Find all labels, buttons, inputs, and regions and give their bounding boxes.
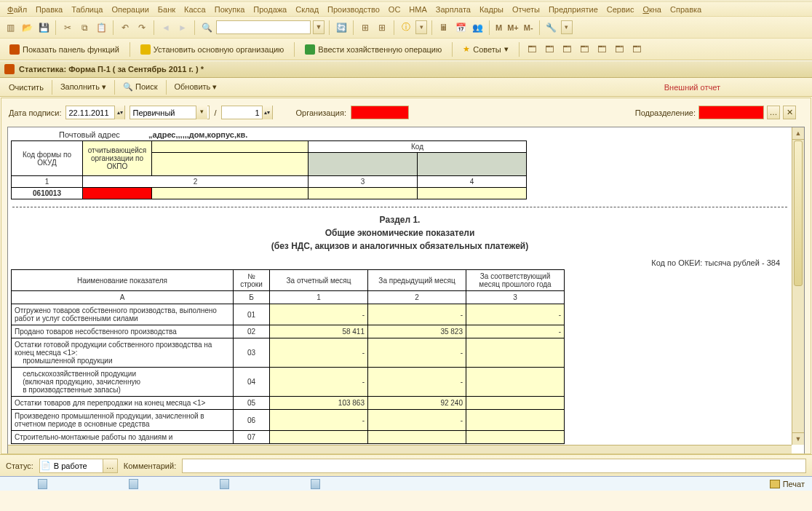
- menu-sklad[interactable]: Склад: [291, 4, 323, 15]
- a-icon[interactable]: ⊞: [358, 20, 373, 35]
- date-label: Дата подписи:: [9, 108, 61, 117]
- subdiv-input[interactable]: [698, 106, 764, 119]
- b-icon[interactable]: ⊞: [375, 20, 389, 35]
- ppl-icon[interactable]: 👥: [470, 20, 485, 35]
- menu-otchety[interactable]: Отчеты: [508, 4, 544, 15]
- cfg-icon[interactable]: 🔧: [544, 20, 559, 35]
- section-header: Раздел 1. Общие экономические показатели…: [8, 213, 792, 253]
- table-row: Остатки готовой продукции собственного п…: [12, 338, 565, 368]
- help-drop[interactable]: ▾: [415, 20, 427, 34]
- t2-b-icon[interactable]: 🗔: [542, 42, 557, 57]
- t2-d-icon[interactable]: 🗔: [577, 42, 592, 57]
- mplus-icon[interactable]: M+: [506, 23, 520, 32]
- external-report-label: Внешний отчет: [664, 83, 808, 92]
- menu-sell[interactable]: Продажа: [249, 4, 291, 15]
- find-button[interactable]: 🔍 Поиск: [119, 81, 162, 93]
- t2-e-icon[interactable]: 🗔: [594, 42, 609, 57]
- doc-title: Статистика: Форма П-1 ( за Сентябрь 2011…: [19, 65, 204, 74]
- menu-kadry[interactable]: Кадры: [475, 4, 508, 15]
- tab-stub[interactable]: [220, 479, 229, 489]
- menu-nma[interactable]: НМА: [405, 4, 431, 15]
- doc-icon: [4, 64, 15, 74]
- header-table: Код формы по ОКУД отчитывающейся организ…: [11, 140, 527, 199]
- menu-os[interactable]: ОС: [384, 4, 405, 15]
- open-icon[interactable]: 📂: [20, 20, 34, 35]
- table-row: Остатки товаров для перепродажи на конец…: [12, 397, 565, 410]
- num-input[interactable]: ▴▾: [221, 106, 273, 119]
- enter-op-button[interactable]: Ввести хозяйственную операцию: [300, 42, 447, 57]
- t2-a-icon[interactable]: 🗔: [525, 42, 539, 57]
- t2-c-icon[interactable]: 🗔: [560, 42, 574, 57]
- mminus-icon[interactable]: M-: [522, 23, 535, 32]
- type-select[interactable]: ▾: [130, 106, 210, 119]
- scroll-h[interactable]: [8, 445, 792, 454]
- set-org-button[interactable]: Установить основную организацию: [135, 42, 290, 57]
- menu-ops[interactable]: Операции: [107, 4, 153, 15]
- tips-button[interactable]: ★Советы▾: [458, 42, 513, 56]
- t2-g-icon[interactable]: 🗔: [629, 42, 644, 57]
- copy-icon[interactable]: ⧉: [77, 20, 92, 35]
- redo-icon[interactable]: ↷: [135, 20, 149, 35]
- back-icon[interactable]: ◄: [159, 20, 173, 35]
- fill-button[interactable]: Заполнить ▾: [56, 81, 111, 93]
- t2-f-icon[interactable]: 🗔: [612, 42, 626, 57]
- addr-value: „адрес,,,,,,дом,корпус,кв.: [148, 130, 247, 139]
- menu-buy[interactable]: Покупка: [210, 4, 250, 15]
- status-field[interactable]: 📄 …: [39, 459, 118, 473]
- org-label: Организация:: [296, 108, 346, 117]
- clear-button[interactable]: Очистить: [4, 82, 48, 93]
- print-button[interactable]: Печат: [763, 480, 812, 488]
- okei-label: Код по ОКЕИ: тысяча рублей - 384: [8, 258, 780, 267]
- new-icon[interactable]: ▥: [3, 20, 17, 35]
- table-row: Продано товаров несобственного производс…: [12, 325, 565, 338]
- menu-file[interactable]: Файл: [3, 4, 31, 15]
- calc-icon[interactable]: 🖩: [437, 20, 451, 35]
- cal-icon[interactable]: 📅: [453, 20, 468, 35]
- menu-okna[interactable]: Окна: [638, 4, 666, 15]
- comment-label: Комментарий:: [124, 462, 176, 470]
- date-input[interactable]: ▴▾: [65, 106, 125, 119]
- subdiv-pick[interactable]: …: [767, 106, 780, 119]
- addr-label: Почтовый адрес: [59, 130, 146, 139]
- update-button[interactable]: Обновить ▾: [170, 81, 222, 93]
- tab-stub[interactable]: [311, 479, 320, 489]
- subdiv-label: Подразделение:: [635, 108, 696, 117]
- menu-spr[interactable]: Справка: [666, 4, 706, 15]
- menu-kassa[interactable]: Касса: [180, 4, 210, 15]
- help-icon[interactable]: ⓘ: [399, 20, 413, 35]
- show-panel-button[interactable]: Показать панель функций: [4, 42, 124, 57]
- tab-stub[interactable]: [38, 479, 47, 489]
- cfg-drop[interactable]: ▾: [561, 20, 573, 34]
- menu-bank[interactable]: Банк: [154, 4, 180, 15]
- cut-icon[interactable]: ✂: [60, 20, 75, 35]
- org-input[interactable]: [351, 106, 409, 119]
- refresh-icon[interactable]: 🔄: [334, 20, 349, 35]
- tab-stub[interactable]: [129, 479, 138, 489]
- table-row: сельскохозяйственной продукции (включая …: [12, 368, 565, 397]
- num-label: /: [214, 108, 216, 117]
- menu-proizv[interactable]: Производство: [323, 4, 384, 15]
- save-icon[interactable]: 💾: [36, 20, 51, 35]
- menu-edit[interactable]: Правка: [31, 4, 67, 15]
- scroll-v[interactable]: ▲▼: [792, 127, 804, 445]
- m-icon[interactable]: M: [494, 23, 503, 32]
- comment-field[interactable]: [182, 459, 806, 473]
- zoom-icon[interactable]: 🔍: [199, 20, 214, 35]
- menu-table[interactable]: Таблица: [67, 4, 107, 15]
- table-row: Отгружено товаров собственного производс…: [12, 304, 565, 325]
- search-drop[interactable]: ▼: [313, 20, 325, 34]
- main-table: Наименование показателя № строки За отче…: [11, 269, 565, 444]
- undo-icon[interactable]: ↶: [118, 20, 132, 35]
- table-row: Строительно-монтажные работы по зданиям …: [12, 431, 565, 444]
- menu-zp[interactable]: Зарплата: [431, 4, 475, 15]
- fwd-icon[interactable]: ►: [175, 20, 190, 35]
- search-combo[interactable]: [216, 20, 311, 34]
- menu-service[interactable]: Сервис: [602, 4, 639, 15]
- table-row: Произведено промышленной продукции, зачи…: [12, 410, 565, 431]
- paste-icon[interactable]: 📋: [94, 20, 108, 35]
- status-label: Статус:: [6, 462, 33, 470]
- subdiv-clear[interactable]: ✕: [783, 106, 796, 119]
- menu-predpr[interactable]: Предприятие: [544, 4, 602, 15]
